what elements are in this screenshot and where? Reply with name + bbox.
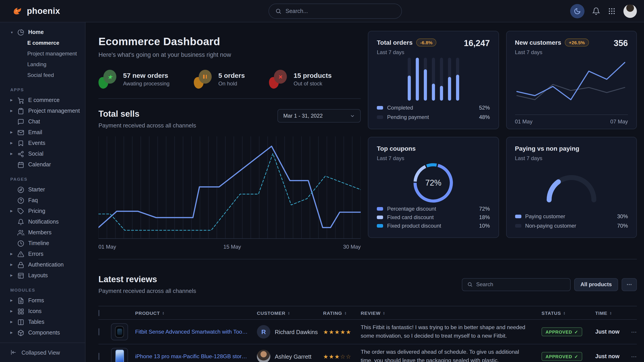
column-customer[interactable]: CUSTOMER bbox=[257, 310, 323, 316]
sidebar-item-forms[interactable]: ▶Forms bbox=[0, 295, 85, 306]
columns-icon bbox=[18, 319, 24, 325]
sidebar-subitem-e-commerce[interactable]: E commerce bbox=[0, 37, 85, 48]
product-thumbnail-iphone[interactable] bbox=[111, 348, 128, 362]
help-circle-icon bbox=[18, 197, 24, 204]
total-orders-bar-chart bbox=[377, 55, 490, 103]
sidebar-item-events[interactable]: ▶Events bbox=[0, 138, 85, 148]
chevron-right-icon: ▶ bbox=[10, 310, 14, 313]
legend-fixed-card-discount: Fixed card discount18% bbox=[377, 213, 490, 222]
sidebar-item-starter[interactable]: ▶Starter bbox=[0, 184, 85, 195]
row-checkbox[interactable] bbox=[98, 328, 99, 335]
legend-percentage-discount: Percentage discount72% bbox=[377, 204, 490, 213]
sort-icon bbox=[563, 311, 566, 315]
sidebar-item-pricing[interactable]: ▶Pricing bbox=[0, 206, 85, 216]
sidebar-item-home[interactable]: ▼ Home bbox=[0, 27, 85, 37]
total-orders-badge: -6.8% bbox=[416, 38, 436, 46]
column-time[interactable]: TIME bbox=[595, 310, 631, 316]
clipboard-icon bbox=[18, 107, 24, 114]
column-product[interactable]: PRODUCT bbox=[135, 310, 257, 316]
rating-stars: ★★★★★ bbox=[323, 329, 361, 335]
sidebar-item-ecommerce-app[interactable]: ▶E commerce bbox=[0, 95, 85, 105]
reviews-more-button[interactable]: ⋯ bbox=[622, 278, 637, 291]
paying-vs-non-paying-card: Paying vs non paying Last 7 days Paying … bbox=[506, 137, 637, 238]
sidebar-item-email[interactable]: ▶Email bbox=[0, 127, 85, 138]
top-navbar: phoenix bbox=[0, 0, 644, 22]
chevron-right-icon: ▶ bbox=[10, 263, 14, 267]
sidebar-item-icons[interactable]: ▶Icons bbox=[0, 306, 85, 317]
bell-icon bbox=[18, 218, 24, 225]
nine-dot-grid-icon bbox=[608, 7, 616, 15]
column-status[interactable]: STATUS bbox=[542, 310, 595, 316]
theme-toggle-button[interactable] bbox=[570, 4, 584, 18]
pie-chart-icon bbox=[18, 29, 24, 35]
sidebar-item-errors[interactable]: ▶Errors bbox=[0, 249, 85, 259]
status-badge: APPROVED✓ bbox=[542, 352, 582, 361]
reviews-table: PRODUCT CUSTOMER RATING REVIEW STATUS TI… bbox=[98, 306, 637, 362]
reviews-search-input[interactable] bbox=[476, 281, 557, 288]
select-all-checkbox[interactable] bbox=[98, 310, 99, 316]
app-root: phoenix ▼ Home E commerce Project mana bbox=[0, 0, 644, 362]
apps-menu-button[interactable] bbox=[608, 7, 616, 15]
sidebar-item-faq[interactable]: ▶Faq bbox=[0, 195, 85, 206]
compass-icon bbox=[18, 186, 24, 193]
total-orders-card: Total orders -6.8% Last 7 days 16,247 Co… bbox=[368, 31, 499, 129]
layout-icon bbox=[18, 272, 24, 279]
column-rating[interactable]: RATING bbox=[323, 310, 361, 316]
lock-icon bbox=[18, 261, 24, 268]
collapse-sidebar-button[interactable]: Collapsed View bbox=[0, 343, 85, 362]
date-range-select[interactable]: Mar 1 - 31, 2022 bbox=[278, 109, 361, 122]
chevron-right-icon: ▶ bbox=[10, 274, 14, 277]
notifications-button[interactable] bbox=[592, 7, 600, 15]
sidebar-item-members[interactable]: ▶Members bbox=[0, 227, 85, 238]
chevron-down-icon: ▼ bbox=[10, 31, 14, 34]
search-input[interactable] bbox=[286, 8, 388, 14]
reviews-search[interactable] bbox=[462, 278, 570, 291]
sidebar-item-layouts[interactable]: ▶Layouts bbox=[0, 270, 85, 281]
global-search[interactable] bbox=[268, 3, 402, 19]
row-actions-button[interactable]: ⋯ bbox=[631, 329, 639, 335]
all-products-button[interactable]: All products bbox=[574, 278, 618, 291]
legend-fixed-product-discount: Fixed product discount10% bbox=[377, 222, 490, 230]
user-avatar[interactable] bbox=[624, 4, 637, 18]
brand-name: phoenix bbox=[27, 6, 60, 16]
sort-icon bbox=[162, 311, 165, 315]
sidebar-item-social[interactable]: ▶Social bbox=[0, 148, 85, 159]
share-icon bbox=[18, 150, 24, 157]
file-text-icon bbox=[18, 297, 24, 304]
sidebar-item-project-management-app[interactable]: ▶Project management bbox=[0, 105, 85, 116]
bookmark-icon bbox=[18, 140, 24, 146]
tag-icon bbox=[18, 208, 24, 214]
brand-logo[interactable]: phoenix bbox=[12, 5, 60, 16]
column-review[interactable]: REVIEW bbox=[361, 310, 542, 316]
sidebar-item-components[interactable]: ▶Components bbox=[0, 327, 85, 338]
calendar-icon bbox=[18, 161, 24, 168]
package-icon bbox=[18, 329, 24, 336]
sidebar-subitem-project-management[interactable]: Project management bbox=[0, 48, 85, 59]
sidebar-item-timeline[interactable]: ▶Timeline bbox=[0, 238, 85, 249]
legend-paying-customer: Paying customer30% bbox=[515, 212, 628, 221]
phoenix-flame-icon bbox=[12, 5, 23, 16]
sidebar-item-notifications[interactable]: ▶Notifications bbox=[0, 216, 85, 227]
moon-icon bbox=[574, 7, 581, 14]
sidebar-item-chat[interactable]: ▶Chat bbox=[0, 116, 85, 127]
product-thumbnail-smartwatch[interactable] bbox=[111, 323, 128, 340]
product-link[interactable]: iPhone 13 pro max-Pacific Blue-128GB sto… bbox=[135, 353, 257, 360]
quick-stats: ★ 57 new orders Awating processing bbox=[98, 70, 361, 88]
sidebar-subitem-social-feed[interactable]: Social feed bbox=[0, 70, 85, 80]
sidebar-section-pages: PAGES bbox=[0, 170, 85, 184]
sidebar-item-calendar[interactable]: ▶Calendar bbox=[0, 159, 85, 170]
row-actions-button[interactable]: ⋯ bbox=[631, 353, 639, 360]
sidebar-item-tables[interactable]: ▶Tables bbox=[0, 317, 85, 327]
bell-icon bbox=[592, 7, 600, 15]
new-orders-star-icon: ★ bbox=[98, 70, 116, 88]
chevron-right-icon: ▶ bbox=[10, 252, 14, 256]
product-link[interactable]: Fitbit Sense Advanced Smartwatch with To… bbox=[135, 329, 257, 335]
page-subtitle: Here's what's going on at your business … bbox=[98, 51, 361, 58]
chevron-right-icon: ▶ bbox=[10, 131, 14, 134]
row-checkbox[interactable] bbox=[98, 353, 99, 360]
chevron-right-icon: ▶ bbox=[10, 152, 14, 156]
sidebar-item-authentication[interactable]: ▶Authentication bbox=[0, 259, 85, 270]
mail-icon bbox=[18, 129, 24, 136]
sidebar-subitem-landing[interactable]: Landing bbox=[0, 59, 85, 70]
new-customers-line-chart bbox=[515, 55, 628, 113]
